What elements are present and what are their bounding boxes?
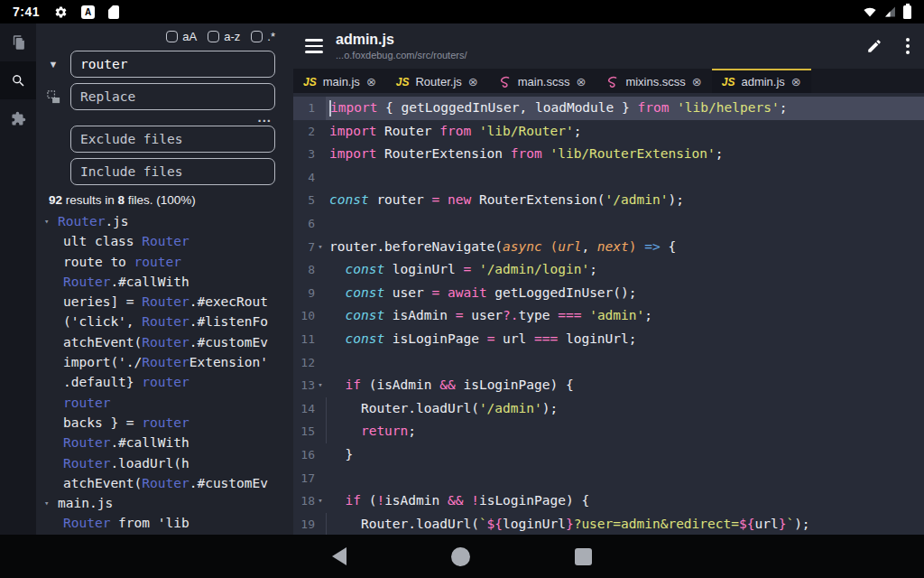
code-line[interactable]: 3import RouterExtension from 'lib/Router… xyxy=(293,143,924,166)
result-text: .loadUrl(h xyxy=(110,456,189,471)
result-match-row[interactable]: Router.#callWith xyxy=(36,433,293,452)
exclude-files-input[interactable] xyxy=(70,126,275,153)
code-line[interactable]: 11 const isLoginPage = url === loginUrl; xyxy=(293,328,924,351)
code-token: === xyxy=(534,331,558,346)
code-text: if (isAdmin && isLoginPage) { xyxy=(326,374,924,397)
code-line[interactable]: 13▾ if (isAdmin && isLoginPage) { xyxy=(293,374,924,397)
edit-pencil-icon[interactable] xyxy=(866,38,882,54)
code-line[interactable]: 1import { getLoggedInUser, loadModule } … xyxy=(293,97,924,120)
result-match-row[interactable]: ('click', Router.#listenFo xyxy=(36,312,293,331)
fold-arrow-icon[interactable]: ▾ xyxy=(315,489,326,513)
code-line[interactable]: 8 const loginUrl = '/admin/login'; xyxy=(293,258,924,282)
code-token: if xyxy=(345,493,360,508)
code-line[interactable]: 16 } xyxy=(293,443,924,467)
tab-close-icon[interactable]: ⊗ xyxy=(692,76,702,88)
nav-recents-button[interactable] xyxy=(575,548,592,565)
result-match-row[interactable]: route to router xyxy=(36,252,293,272)
code-line[interactable]: 4 xyxy=(293,166,924,190)
code-token: loginUrl xyxy=(503,517,566,531)
checkbox-icon[interactable] xyxy=(166,31,178,42)
replace-all-icon[interactable] xyxy=(36,89,70,105)
code-line[interactable]: 12 xyxy=(293,351,924,375)
result-text: .#listenFo xyxy=(189,314,268,329)
result-match-row[interactable]: atchEvent(Router.#customEv xyxy=(36,473,293,493)
line-gutter: 1 xyxy=(293,97,326,120)
code-token: from xyxy=(511,146,542,161)
result-text: .#customEv xyxy=(189,335,268,350)
tab-close-icon[interactable]: ⊗ xyxy=(366,76,376,88)
code-line[interactable]: 19 Router.loadUrl(`${loginUrl}?user=admi… xyxy=(293,513,924,535)
code-line[interactable]: 9 const user = await getLoggedInUser(); xyxy=(293,282,924,305)
code-token: url xyxy=(494,331,534,346)
tab-close-icon[interactable]: ⊗ xyxy=(576,76,586,88)
search-option[interactable]: .* xyxy=(251,30,275,43)
result-match-row[interactable]: atchEvent(Router.#customEv xyxy=(36,332,293,352)
kebab-menu-icon[interactable] xyxy=(906,38,910,54)
more-options-button[interactable]: ... xyxy=(36,113,293,124)
tab-main.js[interactable]: JSmain.js⊗ xyxy=(293,69,386,93)
include-files-input[interactable] xyxy=(70,158,275,185)
search-option[interactable]: aA xyxy=(166,30,197,43)
code-line[interactable]: 18▾ if (!isAdmin && !isLoginPage) { xyxy=(293,489,924,513)
tab-main.scss[interactable]: main.scss⊗ xyxy=(488,69,596,93)
sidebar-item-extensions[interactable] xyxy=(0,99,36,137)
menu-hamburger-icon[interactable] xyxy=(305,39,323,53)
result-text: Router xyxy=(63,456,110,471)
result-text: router xyxy=(134,255,181,269)
code-line[interactable]: 17 xyxy=(293,467,924,490)
tab-admin.js[interactable]: JSadmin.js⊗ xyxy=(712,69,811,93)
code-line[interactable]: 10 const isAdmin = user?.type === 'admin… xyxy=(293,304,924,328)
result-file-header[interactable]: ▾Router.js xyxy=(36,211,293,231)
code-token: ) xyxy=(629,239,637,254)
code-area[interactable]: 1import { getLoggedInUser, loadModule } … xyxy=(293,93,924,535)
clock: 7:41 xyxy=(13,5,40,19)
code-token: Router.loadUrl( xyxy=(361,401,479,415)
search-input[interactable] xyxy=(70,51,275,78)
code-token: = xyxy=(432,285,440,300)
collapse-triangle-icon[interactable]: ▾ xyxy=(44,493,49,513)
line-gutter: 9 xyxy=(293,282,326,305)
code-line[interactable]: 2import Router from 'lib/Router'; xyxy=(293,120,924,144)
code-token: ; xyxy=(716,146,724,161)
tab-mixins.scss[interactable]: mixins.scss⊗ xyxy=(596,69,711,93)
sidebar-item-search[interactable] xyxy=(0,61,36,99)
tab-close-icon[interactable]: ⊗ xyxy=(468,76,478,88)
code-line[interactable]: 6 xyxy=(293,212,924,236)
tab-label: main.scss xyxy=(518,75,570,89)
nav-back-button[interactable] xyxy=(332,547,346,565)
result-match-row[interactable]: ueries] = Router.#execRout xyxy=(36,292,293,312)
code-token: return xyxy=(361,424,408,438)
collapse-triangle-icon[interactable]: ▾ xyxy=(44,211,49,231)
result-match-row[interactable]: .default} router xyxy=(36,372,293,392)
result-match-row[interactable]: Router.loadUrl(h xyxy=(36,453,293,473)
nav-home-button[interactable] xyxy=(451,547,470,566)
code-line[interactable]: 15 return; xyxy=(293,420,924,443)
search-option[interactable]: a-z xyxy=(208,30,240,43)
result-match-row[interactable]: import('./RouterExtension' xyxy=(36,352,293,372)
code-line[interactable]: 5const router = new RouterExtension('/ad… xyxy=(293,189,924,212)
line-number: 3 xyxy=(293,143,315,166)
settings-gear-icon xyxy=(54,5,68,19)
result-match-row[interactable]: backs } = router xyxy=(36,413,293,433)
collapse-toggle-icon[interactable]: ▼ xyxy=(36,59,70,70)
checkbox-icon[interactable] xyxy=(251,31,263,42)
result-match-row[interactable]: router xyxy=(36,393,293,413)
result-text: router xyxy=(63,396,110,410)
fold-arrow-icon[interactable]: ▾ xyxy=(315,374,326,397)
result-match-row[interactable]: ult class Router xyxy=(36,231,293,251)
code-line[interactable]: 7▾router.beforeNavigate(async (url, next… xyxy=(293,236,924,259)
fold-arrow-icon[interactable]: ▾ xyxy=(315,236,326,259)
checkbox-icon[interactable] xyxy=(208,31,219,42)
replace-input[interactable] xyxy=(70,83,275,110)
result-file-header[interactable]: ▾main.js xyxy=(36,493,293,513)
tab-close-icon[interactable]: ⊗ xyxy=(791,76,801,88)
search-option-label: .* xyxy=(267,30,275,43)
result-text: .#execRout xyxy=(189,294,268,309)
code-line[interactable]: 14 Router.loadUrl('/admin'); xyxy=(293,397,924,421)
result-match-row[interactable]: Router.#callWith xyxy=(36,272,293,292)
code-text: const isAdmin = user?.type === 'admin'; xyxy=(326,304,924,328)
tab-Router.js[interactable]: JSRouter.js⊗ xyxy=(386,69,488,93)
code-text: router.beforeNavigate(async (url, next) … xyxy=(326,236,924,259)
sidebar-item-files[interactable] xyxy=(0,23,36,61)
result-match-row[interactable]: Router from 'lib xyxy=(36,513,293,533)
